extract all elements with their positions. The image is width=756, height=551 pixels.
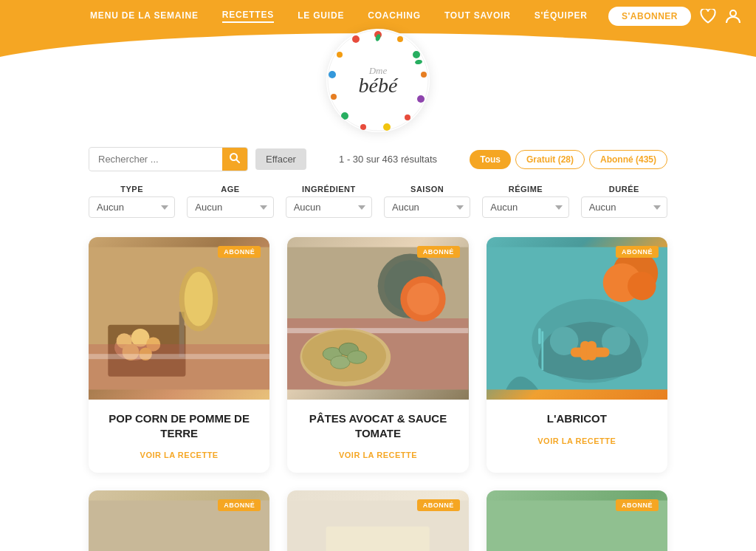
nav-link-guide[interactable]: LE GUIDE [298,10,344,22]
nav-link-menu[interactable]: MENU DE LA SEMAINE [90,10,199,22]
filter-pill[interactable]: Gratuit (28) [515,150,585,169]
filter-pill[interactable]: Tous [470,150,511,169]
recipe-link[interactable]: VOIR LA RECETTE [140,451,219,459]
filter-label: TYPE [89,185,175,194]
svg-rect-56 [538,328,541,344]
recipe-title: L'ABRICOT [498,411,656,426]
recipe-grid: ABONNÉPOP CORN DE POMME DE TERREVOIR LA … [0,230,756,551]
svg-point-11 [331,94,337,100]
recipe-image: ABONNÉ [89,237,269,400]
recipe-image: ABONNÉ [89,490,269,551]
filter-pill[interactable]: Abonné (435) [589,150,667,169]
filter-group-rgime: RÉGIMEAucun [482,185,568,218]
recipe-link[interactable]: VOIR LA RECETTE [537,437,616,445]
filter-select[interactable]: Aucun [581,196,667,218]
abonne-badge: ABONNÉ [218,499,261,511]
filter-select[interactable]: Aucun [482,196,568,218]
filter-label: SAISON [384,185,470,194]
nav-link-equiper[interactable]: S'ÉQUIPER [535,10,588,22]
filter-pills: TousGratuit (28)Abonné (435) [470,150,667,169]
filter-group-age: AGEAucun [187,185,273,218]
recipe-link[interactable]: VOIR LA RECETTE [339,451,417,459]
svg-rect-60 [326,527,430,551]
svg-rect-34 [287,328,468,333]
search-section: Effacer 1 - 30 sur 463 résultats TousGra… [0,132,756,179]
abonne-badge: ABONNÉ [616,246,659,258]
search-input[interactable] [89,148,222,170]
svg-rect-30 [89,344,269,389]
svg-point-54 [628,272,656,301]
svg-point-3 [397,36,403,42]
svg-point-7 [405,114,410,120]
filter-label: DURÉE [581,185,667,194]
filter-group-dure: DURÉEAucun [581,185,667,218]
svg-point-14 [352,35,360,43]
card-body: POP CORN DE POMME DE TERREVOIR LA RECETT… [89,400,269,473]
filters-row: TYPEAucunAGEAucunINGRÉDIENTAucunSAISONAu… [0,179,756,230]
filter-group-saison: SAISONAucun [384,185,470,218]
svg-rect-31 [89,354,269,359]
filter-select[interactable]: Aucun [384,196,470,218]
svg-point-6 [417,95,425,103]
svg-point-4 [413,51,420,58]
recipe-image: ABONNÉ [287,237,468,400]
filter-group-type: TYPEAucun [89,185,175,218]
filter-select[interactable]: Aucun [187,196,273,218]
svg-point-12 [329,71,336,78]
recipe-card[interactable]: ABONNÉ [89,490,269,551]
filter-select[interactable]: Aucun [89,196,175,218]
svg-point-10 [341,112,348,120]
recipe-card[interactable]: ABONNÉPÂTES AVOCAT & SAUCE TOMATEVOIR LA… [287,237,468,473]
recipe-title: PÂTES AVOCAT & SAUCE TOMATE [299,411,456,440]
clear-button[interactable]: Effacer [255,148,306,170]
svg-point-29 [185,272,213,326]
abonne-badge: ABONNÉ [417,499,460,511]
recipe-card[interactable]: ABONNÉ [487,490,667,551]
filter-select[interactable]: Aucun [286,196,372,218]
filter-label: AGE [187,185,273,194]
logo[interactable]: Dme bébé [326,29,430,132]
card-body: PÂTES AVOCAT & SAUCE TOMATEVOIR LA RECET… [287,400,468,473]
card-body: L'ABRICOTVOIR LA RECETTE [487,400,667,459]
filter-label: INGRÉDIENT [286,185,372,194]
recipe-title: POP CORN DE POMME DE TERRE [100,411,258,440]
search-button[interactable] [222,148,247,171]
recipe-card[interactable]: ABONNÉ [287,490,468,551]
results-count: 1 - 30 sur 463 résultats [314,154,462,165]
abonne-badge: ABONNÉ [417,246,460,258]
search-input-wrap [89,147,248,171]
svg-point-36 [302,330,386,382]
svg-line-18 [236,160,239,162]
abonne-badge: ABONNÉ [616,499,659,511]
svg-point-40 [348,351,367,364]
svg-rect-51 [586,341,596,360]
svg-point-8 [383,123,391,131]
recipe-image: ABONNÉ [487,237,667,400]
logo-wrap: Dme bébé [0,21,756,132]
filter-group-ingrdient: INGRÉDIENTAucun [286,185,372,218]
svg-point-39 [331,356,350,369]
search-icon [230,153,240,163]
recipe-image: ABONNÉ [487,490,667,551]
svg-point-5 [421,72,427,78]
svg-point-9 [360,124,366,130]
svg-point-13 [337,52,343,58]
recipe-card[interactable]: ABONNÉPOP CORN DE POMME DE TERREVOIR LA … [89,237,269,473]
nav-link-tout-savoir[interactable]: TOUT SAVOIR [444,10,511,22]
svg-point-44 [407,283,439,315]
recipe-image: ABONNÉ [287,490,468,551]
svg-rect-55 [541,332,543,371]
filter-label: RÉGIME [482,185,568,194]
recipe-card[interactable]: ABONNÉL'ABRICOTVOIR LA RECETTE [487,237,667,473]
nav-link-coaching[interactable]: COACHING [368,10,421,22]
svg-point-0 [730,10,736,16]
abonne-badge: ABONNÉ [218,246,261,258]
